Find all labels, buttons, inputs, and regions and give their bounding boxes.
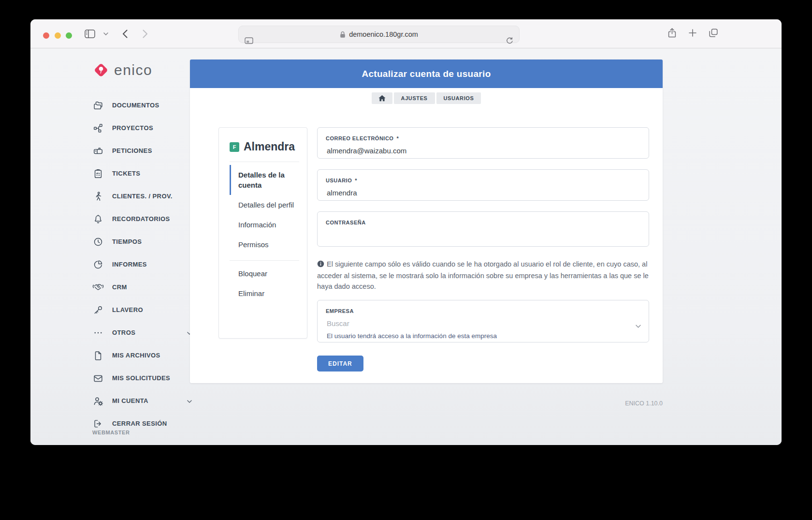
breadcrumb: AJUSTES USUARIOS (190, 92, 663, 104)
app-logo[interactable]: enico (92, 61, 152, 79)
sidebar-toggle-icon[interactable] (83, 19, 97, 48)
password-label: CONTRASEÑA (326, 220, 366, 225)
required-asterisk: * (396, 135, 398, 141)
breadcrumb-ajustes-button[interactable]: AJUSTES (394, 92, 435, 104)
company-field-box[interactable]: EMPRESA El usuario tendrá acceso a la in… (317, 300, 649, 342)
username-input[interactable] (326, 189, 640, 197)
sidebar-item-label: RECORDATORIOS (112, 215, 170, 223)
main-panel: Actualizar cuenta de usuario AJUSTES USU… (190, 59, 663, 383)
dropdown-caret-icon[interactable] (636, 322, 641, 330)
sidebar-item-proyectos[interactable]: PROYECTOS (89, 117, 205, 139)
browser-toolbar: demoenico.180gr.com (30, 19, 782, 48)
breadcrumb-usuarios-button[interactable]: USUARIOS (436, 92, 481, 104)
account-header: F Almendra (230, 140, 297, 153)
browser-window: demoenico.180gr.com (30, 19, 782, 445)
home-icon (378, 95, 386, 102)
close-window-button[interactable] (43, 32, 49, 39)
chevron-down-icon[interactable] (102, 19, 110, 48)
ellipsis-icon (92, 327, 104, 338)
clipboard-icon (92, 168, 104, 179)
divider (230, 162, 299, 162)
panel-header: Actualizar cuenta de usuario (190, 59, 663, 88)
password-field-box[interactable]: CONTRASEÑA (317, 211, 649, 247)
sidebar-item-mis-solicitudes[interactable]: MIS SOLICITUDES (89, 367, 205, 389)
email-label: CORREO ELECTRÓNICO (326, 135, 393, 141)
account-badge: F (230, 142, 239, 152)
account-card: F Almendra Detalles de la cuenta Detalle… (218, 127, 307, 339)
sidebar-item-label: MIS SOLICITUDES (112, 374, 170, 382)
page-background: enico DOCUMENTOS (30, 48, 782, 445)
account-name: Almendra (244, 140, 295, 153)
sidebar-item-llavero[interactable]: LLAVERO (89, 298, 205, 321)
sidebar-item-label: TICKETS (112, 170, 140, 177)
page-title: Actualizar cuenta de usuario (362, 69, 491, 79)
company-label: EMPRESA (326, 308, 354, 314)
folder-icon (92, 100, 104, 111)
tab-overview-icon[interactable] (709, 29, 718, 39)
account-nav: Detalles de la cuenta Detalles del perfi… (230, 165, 307, 254)
account-action-bloquear[interactable]: Bloquear (230, 264, 307, 283)
email-input[interactable] (326, 147, 640, 155)
walking-person-icon (92, 191, 104, 202)
envelope-icon (92, 373, 104, 384)
user-gear-icon (92, 396, 104, 406)
username-label: USUARIO (326, 178, 352, 183)
required-asterisk: * (355, 178, 357, 183)
zoom-window-button[interactable] (66, 32, 72, 39)
logout-icon (92, 418, 104, 429)
project-network-icon (92, 123, 104, 134)
sidebar-item-recordatorios[interactable]: RECORDATORIOS (89, 208, 205, 230)
share-icon[interactable] (668, 28, 676, 40)
editar-button[interactable]: EDITAR (317, 356, 363, 371)
account-nav-detalles-cuenta[interactable]: Detalles de la cuenta (230, 165, 307, 195)
account-action-eliminar[interactable]: Eliminar (230, 283, 307, 303)
minimize-window-button[interactable] (55, 32, 61, 39)
sidebar-item-label: MI CUENTA (112, 397, 148, 404)
url-text: demoenico.180gr.com (349, 30, 418, 38)
breadcrumb-home-button[interactable] (372, 92, 392, 104)
file-icon (92, 350, 104, 361)
company-helper-text: El usuario tendrá acceso a la informació… (326, 332, 640, 340)
key-icon (92, 305, 104, 315)
user-role-label: WEBMASTER (92, 430, 130, 435)
address-bar[interactable]: demoenico.180gr.com (238, 26, 520, 43)
account-nav-permisos[interactable]: Permisos (230, 235, 307, 254)
account-form: CORREO ELECTRÓNICO* USUARIO* CONTRASEÑA … (317, 127, 649, 371)
sidebar-item-tickets[interactable]: TICKETS (89, 162, 205, 185)
sidebar-item-label: CERRAR SESIÓN (112, 420, 167, 427)
enico-logo-icon (92, 61, 110, 79)
sidebar-item-label: PROYECTOS (112, 124, 153, 132)
sidebar-item-crm[interactable]: CRM (89, 276, 205, 298)
sidebar-item-informes[interactable]: INFORMES (89, 253, 205, 276)
forward-button[interactable] (140, 19, 150, 48)
email-field-box[interactable]: CORREO ELECTRÓNICO* (317, 127, 649, 159)
app-version-label: ENICO 1.10.0 (190, 400, 663, 407)
sidebar-item-label: CRM (112, 283, 127, 291)
mailbox-icon (92, 146, 104, 156)
lock-icon (340, 31, 346, 38)
sidebar-item-clientes-prov[interactable]: CLIENTES. / PROV. (89, 185, 205, 208)
sidebar-item-otros[interactable]: OTROS (89, 321, 205, 344)
sidebar-item-label: INFORMES (112, 261, 147, 268)
sidebar-item-peticiones[interactable]: PETICIONES (89, 139, 205, 162)
username-field-box[interactable]: USUARIO* (317, 169, 649, 201)
back-button[interactable] (119, 19, 130, 48)
sidebar-item-mi-cuenta[interactable]: MI CUENTA (89, 389, 205, 412)
new-tab-icon[interactable] (689, 29, 696, 39)
divider (230, 260, 299, 261)
info-icon (317, 260, 324, 270)
sidebar-item-label: PETICIONES (112, 147, 152, 154)
account-nav-detalles-perfil[interactable]: Detalles del perfil (230, 195, 307, 215)
clock-icon (92, 237, 104, 247)
sidebar-item-tiempos[interactable]: TIEMPOS (89, 230, 205, 253)
company-search-input[interactable] (326, 319, 640, 327)
sidebar-item-mis-archivos[interactable]: MIS ARCHIVOS (89, 344, 205, 367)
bell-icon (92, 214, 104, 224)
sidebar-item-label: CLIENTES. / PROV. (112, 193, 173, 200)
account-nav-informacion[interactable]: Información (230, 215, 307, 235)
sidebar-item-documentos[interactable]: DOCUMENTOS (89, 94, 205, 117)
password-input[interactable] (326, 231, 640, 239)
company-info-note: El siguiente campo sólo es válido cuando… (317, 259, 649, 292)
sidebar-item-label: TIEMPOS (112, 238, 142, 245)
sidebar-item-label: DOCUMENTOS (112, 102, 160, 109)
